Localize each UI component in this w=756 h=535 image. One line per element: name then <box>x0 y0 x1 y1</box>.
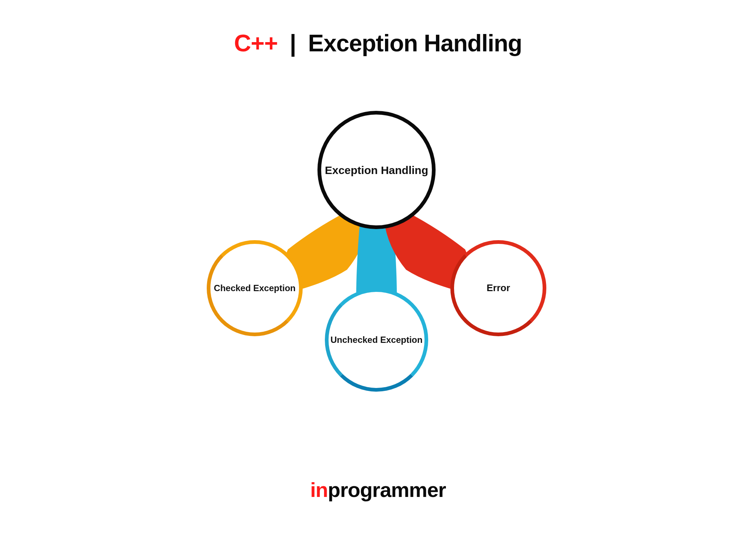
title-text: Exception Handling <box>308 30 522 57</box>
node-unchecked-exception: Unchecked Exception <box>325 288 428 392</box>
node-root-label: Exception Handling <box>325 163 428 177</box>
diagram-stage: Exception Handling Checked Exception Unc… <box>192 111 561 443</box>
title-separator: | <box>290 30 296 57</box>
footer-brand: inprogrammer <box>0 478 756 502</box>
node-root: Exception Handling <box>317 111 436 229</box>
footer-brand-prefix: in <box>310 478 328 501</box>
node-error: Error <box>450 240 546 336</box>
node-checked-exception: Checked Exception <box>207 240 303 336</box>
node-error-label: Error <box>487 282 510 294</box>
page-title: C++ | Exception Handling <box>0 30 756 57</box>
node-checked-exception-label: Checked Exception <box>214 282 295 294</box>
title-lang: C++ <box>234 30 278 57</box>
node-unchecked-exception-label: Unchecked Exception <box>330 334 422 345</box>
footer-brand-rest: programmer <box>328 478 446 501</box>
